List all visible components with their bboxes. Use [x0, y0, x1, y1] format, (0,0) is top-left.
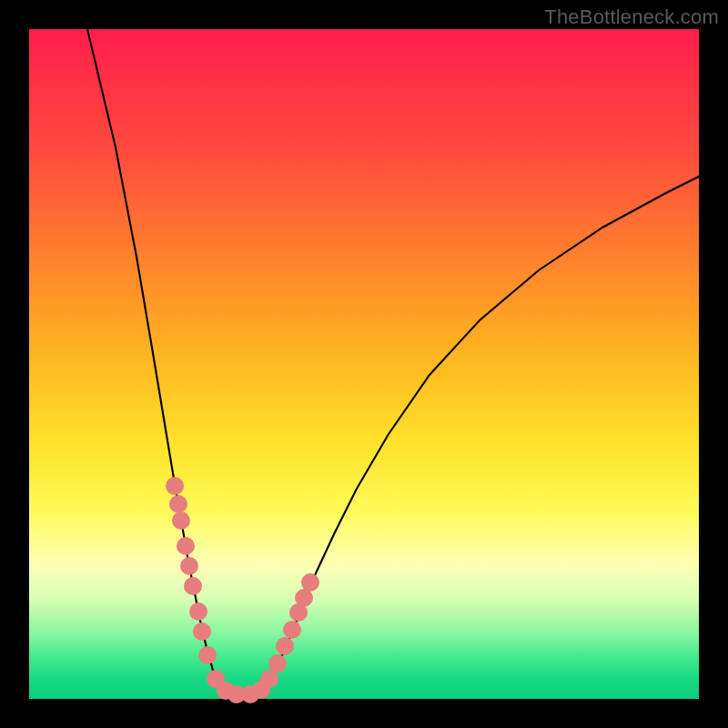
data-point: [189, 602, 207, 621]
data-point: [172, 511, 190, 530]
data-point: [198, 646, 217, 664]
data-point: [193, 622, 211, 641]
data-point: [283, 621, 301, 639]
curve-left-branch: [87, 29, 237, 695]
data-point: [268, 654, 287, 672]
data-point: [169, 495, 187, 513]
scatter-left: [166, 477, 246, 703]
plot-area: [29, 29, 699, 699]
data-point: [180, 557, 198, 575]
scatter-right: [241, 573, 319, 703]
data-point: [177, 537, 195, 555]
data-point: [276, 637, 294, 655]
watermark-text: TheBottleneck.com: [544, 5, 719, 29]
chart-frame: TheBottleneck.com: [0, 0, 728, 728]
data-point: [184, 577, 202, 595]
curve-layer: [29, 29, 699, 699]
data-point: [301, 573, 319, 592]
data-point: [166, 477, 184, 495]
data-point: [260, 670, 278, 688]
